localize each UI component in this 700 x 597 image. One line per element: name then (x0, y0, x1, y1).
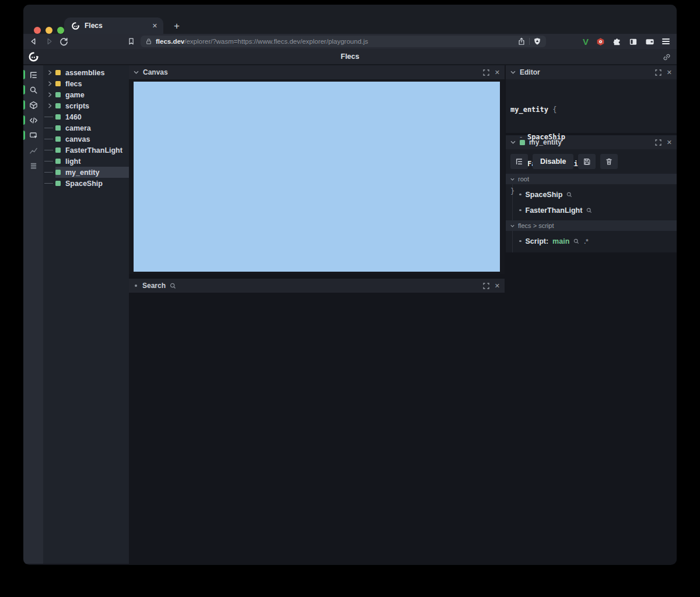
new-tab-button[interactable]: + (170, 20, 183, 33)
chevron-right-icon[interactable] (44, 81, 55, 86)
tree-row[interactable]: 1460 (43, 111, 129, 122)
rows-icon (29, 161, 38, 170)
tree-row[interactable]: scripts (43, 100, 129, 111)
sidebar-item-queries[interactable] (23, 158, 43, 173)
bookmark-icon[interactable] (127, 37, 136, 46)
back-icon[interactable] (29, 37, 38, 46)
section-header[interactable]: flecs > script (506, 220, 677, 231)
search-icon[interactable] (573, 238, 579, 244)
tree-row[interactable]: camera (43, 122, 129, 134)
chevron-right-icon[interactable] (44, 92, 55, 97)
brave-shield-icon[interactable] (533, 37, 541, 45)
inspector-icon (29, 131, 38, 140)
bullet-icon (519, 209, 522, 212)
close-panel-icon[interactable]: ✕ (495, 69, 500, 76)
delete-button[interactable] (600, 154, 618, 169)
sidebar-item-code[interactable] (23, 113, 43, 128)
v-extension-icon[interactable]: V (583, 37, 589, 47)
wildcard-icon[interactable]: .* (584, 238, 588, 245)
browser-window: Flecs ✕ + flecs.dev/explorer/?wasm=https… (23, 5, 677, 565)
sidebar-item-inspector[interactable] (23, 128, 43, 143)
editor-panel-header[interactable]: Editor ✕ (506, 65, 677, 79)
share-icon[interactable] (517, 37, 526, 45)
tab-close-icon[interactable]: ✕ (152, 22, 158, 30)
search-panel: Search ✕ (129, 279, 505, 293)
floppy-icon (583, 157, 591, 166)
tree-row-selected[interactable]: my_entity (43, 167, 129, 178)
fullscreen-icon[interactable] (483, 283, 489, 289)
tree-item-label: flecs (65, 80, 82, 88)
component-item: Script: main .* (513, 233, 677, 249)
tree-view-icon (515, 157, 523, 166)
minimize-window-button[interactable] (46, 27, 52, 34)
active-indicator (23, 85, 25, 94)
close-panel-icon[interactable]: ✕ (667, 69, 672, 76)
chevron-down-icon[interactable] (134, 71, 139, 74)
tree-row[interactable]: FasterThanLight (43, 145, 129, 156)
tree-row[interactable]: SpaceShip (43, 178, 129, 189)
entity-square-icon (55, 170, 61, 175)
search-icon[interactable] (566, 192, 572, 198)
active-indicator (23, 131, 25, 140)
sidebar-item-entities[interactable] (23, 97, 43, 113)
code-line: my_entity { (510, 106, 672, 115)
tree-row[interactable]: assemblies (43, 67, 129, 78)
leaf-dash-icon (44, 183, 53, 184)
entity-square-icon (55, 148, 61, 153)
render-canvas[interactable] (134, 82, 500, 272)
chevron-down-icon[interactable] (510, 141, 516, 144)
chevron-down-icon[interactable] (510, 224, 514, 227)
chevron-right-icon[interactable] (44, 70, 55, 75)
trash-icon (605, 157, 613, 166)
address-bar[interactable]: flecs.dev/explorer/?wasm=https://www.fle… (141, 36, 546, 47)
close-panel-icon[interactable]: ✕ (495, 283, 500, 289)
module-square-icon (55, 81, 61, 86)
disable-button[interactable]: Disable (533, 154, 573, 169)
save-button[interactable] (578, 154, 596, 169)
forward-icon[interactable] (44, 37, 54, 46)
section-title: flecs > script (518, 222, 554, 229)
collapsed-dot-icon[interactable] (135, 285, 137, 287)
leaf-dash-icon (44, 150, 53, 150)
close-panel-icon[interactable]: ✕ (667, 139, 672, 146)
tree-row[interactable]: canvas (43, 134, 129, 145)
icon-sidebar (23, 65, 43, 564)
tree-view-button[interactable] (510, 154, 528, 169)
sidebar-toggle-icon[interactable] (629, 37, 638, 46)
fullscreen-icon[interactable] (655, 69, 662, 76)
chevron-down-icon[interactable] (510, 71, 516, 74)
canvas-panel-header[interactable]: Canvas ✕ (129, 65, 505, 79)
share-link-icon[interactable] (663, 53, 671, 61)
right-column: Editor ✕ my_entity { - SpaceShip - Faste… (506, 65, 677, 252)
leaf-dash-icon (44, 139, 53, 139)
sidebar-item-tree-view[interactable] (23, 67, 43, 82)
chevron-down-icon[interactable] (510, 178, 514, 181)
hexagon-extension-icon[interactable] (596, 37, 605, 46)
panel-title: Editor (520, 68, 540, 76)
fullscreen-icon[interactable] (483, 69, 489, 76)
fullscreen-icon[interactable] (655, 139, 662, 146)
search-icon (170, 283, 176, 289)
menu-icon[interactable] (662, 38, 670, 45)
tree-row[interactable]: game (43, 89, 129, 100)
browser-tab[interactable]: Flecs ✕ (64, 17, 163, 34)
sidebar-item-search[interactable] (23, 82, 43, 97)
app-header: Flecs (23, 49, 677, 65)
zoom-window-button[interactable] (57, 27, 64, 34)
tree-row[interactable]: light (43, 156, 129, 167)
search-icon[interactable] (586, 208, 592, 213)
lock-icon (145, 38, 152, 45)
url-path: /explorer/?wasm=https://www.flecs.dev/ex… (184, 38, 368, 45)
wallet-icon[interactable] (645, 37, 654, 46)
search-panel-header[interactable]: Search ✕ (129, 279, 505, 293)
tree-row[interactable]: flecs (43, 78, 129, 89)
code-editor[interactable]: my_entity { - SpaceShip - FasterThanLigh… (506, 79, 677, 133)
close-window-button[interactable] (34, 27, 41, 34)
leaf-dash-icon (44, 161, 53, 161)
sidebar-item-stats[interactable] (23, 143, 43, 158)
tab-favicon-flecs-logo-icon (71, 22, 80, 30)
chevron-right-icon[interactable] (44, 103, 55, 108)
reload-icon[interactable] (59, 37, 68, 46)
tree-item-label: game (65, 91, 85, 99)
puzzle-extensions-icon[interactable] (612, 37, 621, 46)
